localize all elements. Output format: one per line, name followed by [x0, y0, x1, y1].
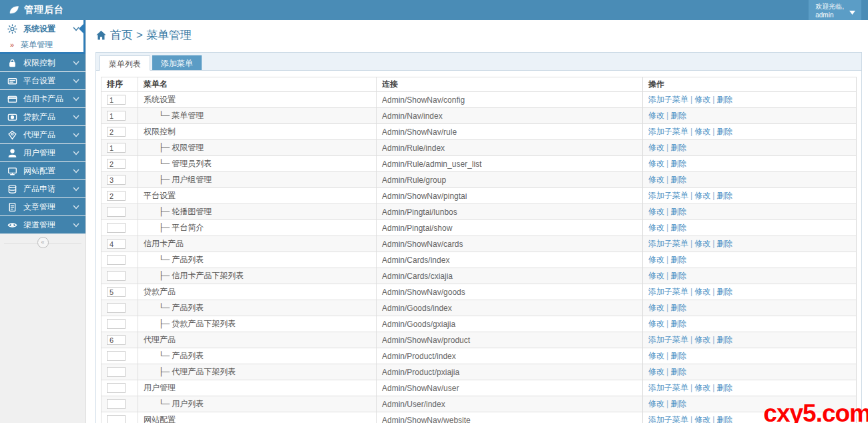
delete-link[interactable]: 删除 [670, 175, 686, 184]
sidebar-subitem-menu-management[interactable]: » 菜单管理 [0, 37, 85, 54]
edit-link[interactable]: 修改 [648, 351, 664, 360]
delete-link[interactable]: 删除 [670, 303, 686, 312]
delete-link[interactable]: 删除 [670, 367, 686, 376]
delete-link[interactable]: 删除 [670, 319, 686, 328]
sort-input[interactable] [107, 239, 126, 249]
sort-input[interactable] [107, 271, 126, 281]
sort-input[interactable] [107, 351, 126, 361]
sort-input[interactable] [107, 303, 126, 313]
edit-link[interactable]: 修改 [694, 335, 710, 344]
sort-input[interactable] [107, 143, 126, 153]
edit-link[interactable]: 修改 [648, 319, 664, 328]
sort-input[interactable] [107, 223, 126, 233]
add-child-menu-link[interactable]: 添加子菜单 [648, 383, 688, 392]
edit-link[interactable]: 修改 [648, 207, 664, 216]
sidebar-item[interactable]: 用户管理 [0, 144, 85, 161]
edit-link[interactable]: 修改 [694, 287, 710, 296]
add-child-menu-link[interactable]: 添加子菜单 [648, 191, 688, 200]
sidebar-item[interactable]: 渠道管理 [0, 216, 85, 234]
sidebar-collapse-row: « [0, 237, 85, 249]
edit-link[interactable]: 修改 [648, 223, 664, 232]
edit-link[interactable]: 修改 [694, 191, 710, 200]
sort-input[interactable] [107, 111, 126, 121]
add-child-menu-link[interactable]: 添加子菜单 [648, 335, 688, 344]
delete-link[interactable]: 删除 [670, 159, 686, 168]
operation-separator: | [710, 335, 716, 344]
sort-input[interactable] [107, 367, 126, 377]
delete-link[interactable]: 删除 [670, 111, 686, 120]
add-child-menu-link[interactable]: 添加子菜单 [648, 95, 688, 104]
add-child-menu-link[interactable]: 添加子菜单 [648, 239, 688, 248]
sort-input[interactable] [107, 207, 126, 217]
sidebar-item-system-settings[interactable]: 系统设置 [0, 20, 85, 37]
sidebar-item-label: 文章管理 [23, 201, 55, 213]
sidebar-item[interactable]: 网站配置 [0, 162, 85, 179]
user-menu[interactable]: 欢迎光临, admin [809, 0, 861, 20]
edit-link[interactable]: 修改 [648, 143, 664, 152]
operations-cell: 修改|删除 [643, 108, 857, 124]
delete-link[interactable]: 删除 [670, 255, 686, 264]
table-row: └─ 管理员列表Admin/Rule/admin_user_list修改|删除 [101, 156, 857, 172]
operation-separator: | [664, 111, 670, 120]
operations-cell: 修改|删除 [643, 268, 857, 284]
delete-link[interactable]: 删除 [716, 95, 732, 104]
sidebar-item[interactable]: 代理产品 [0, 126, 85, 143]
tab-add-menu[interactable]: 添加菜单 [152, 55, 202, 70]
sort-input[interactable] [107, 191, 126, 201]
delete-link[interactable]: 删除 [716, 191, 732, 200]
operation-separator: | [710, 383, 716, 392]
delete-link[interactable]: 删除 [670, 223, 686, 232]
edit-link[interactable]: 修改 [648, 367, 664, 376]
table-row: ├─ 平台简介Admin/Pingtai/show修改|删除 [101, 220, 857, 236]
edit-link[interactable]: 修改 [694, 383, 710, 392]
sort-input[interactable] [107, 127, 126, 137]
delete-link[interactable]: 删除 [670, 271, 686, 280]
sort-input[interactable] [107, 95, 126, 105]
delete-link[interactable]: 删除 [716, 239, 732, 248]
sidebar-collapse-button[interactable]: « [37, 237, 49, 248]
edit-link[interactable]: 修改 [648, 271, 664, 280]
delete-link[interactable]: 删除 [716, 287, 732, 296]
edit-link[interactable]: 修改 [648, 303, 664, 312]
delete-link[interactable]: 删除 [716, 383, 732, 392]
sidebar-item[interactable]: 权限控制 [0, 54, 85, 71]
sort-input[interactable] [107, 399, 126, 409]
breadcrumb-home[interactable]: 首页 [110, 27, 133, 43]
sort-input[interactable] [107, 159, 126, 169]
tab-menu-list[interactable]: 菜单列表 [99, 55, 150, 71]
sort-input[interactable] [107, 287, 126, 297]
sidebar-item[interactable]: 平台设置 [0, 72, 85, 89]
delete-link[interactable]: 删除 [670, 351, 686, 360]
user-greeting-block: 欢迎光临, admin [815, 3, 844, 19]
sidebar-item[interactable]: 文章管理 [0, 198, 85, 216]
sidebar-item[interactable]: 产品申请 [0, 180, 85, 197]
sort-input[interactable] [107, 175, 126, 185]
edit-link[interactable]: 修改 [694, 127, 710, 136]
sort-input[interactable] [107, 383, 126, 393]
add-child-menu-link[interactable]: 添加子菜单 [648, 127, 688, 136]
add-child-menu-link[interactable]: 添加子菜单 [648, 415, 688, 423]
sort-input[interactable] [107, 415, 126, 423]
edit-link[interactable]: 修改 [694, 95, 710, 104]
delete-link[interactable]: 删除 [670, 143, 686, 152]
sort-input[interactable] [107, 319, 126, 329]
edit-link[interactable]: 修改 [694, 239, 710, 248]
sort-input[interactable] [107, 255, 126, 265]
edit-link[interactable]: 修改 [648, 111, 664, 120]
sidebar-item[interactable]: 贷款产品 [0, 108, 85, 125]
delete-link[interactable]: 删除 [670, 207, 686, 216]
edit-link[interactable]: 修改 [694, 415, 710, 423]
breadcrumb-current: 菜单管理 [146, 27, 192, 43]
edit-link[interactable]: 修改 [648, 399, 664, 408]
delete-link[interactable]: 删除 [716, 127, 732, 136]
edit-link[interactable]: 修改 [648, 175, 664, 184]
menu-name-cell: ├─ 平台简介 [138, 220, 377, 236]
delete-link[interactable]: 删除 [716, 415, 732, 423]
sort-input[interactable] [107, 335, 126, 345]
edit-link[interactable]: 修改 [648, 255, 664, 264]
add-child-menu-link[interactable]: 添加子菜单 [648, 287, 688, 296]
delete-link[interactable]: 删除 [716, 335, 732, 344]
delete-link[interactable]: 删除 [670, 399, 686, 408]
edit-link[interactable]: 修改 [648, 159, 664, 168]
sidebar-item[interactable]: 信用卡产品 [0, 90, 85, 107]
